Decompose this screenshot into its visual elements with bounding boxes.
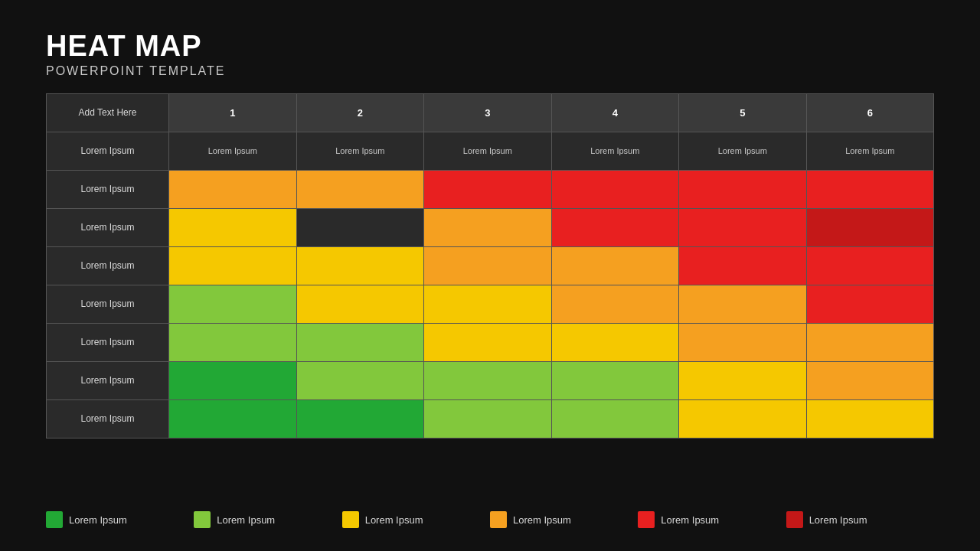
cell-2-4 [679, 246, 807, 285]
cell-5-3 [551, 361, 679, 399]
cell-1-0 [169, 208, 297, 246]
cell-6-2 [424, 399, 552, 438]
col-header-5: 5 [679, 93, 807, 132]
subheader-cell-5: Lorem Ipsum [679, 132, 807, 170]
row-label: Lorem Ipsum [47, 361, 169, 399]
legend-color-swatch [342, 511, 359, 528]
header: HEAT MAP POWERPOINT TEMPLATE [46, 31, 934, 78]
legend-item-0: Lorem Ipsum [46, 511, 194, 528]
cell-3-4 [679, 285, 807, 323]
cell-2-5 [806, 246, 934, 285]
cell-0-2 [424, 170, 552, 208]
heatmap-table: Add Text Here 1 2 3 4 5 6 Lorem Ipsum Lo… [46, 93, 934, 439]
cell-5-5 [806, 361, 934, 399]
subheader-cell-4: Lorem Ipsum [551, 132, 679, 170]
cell-0-3 [551, 170, 679, 208]
legend-item-1: Lorem Ipsum [194, 511, 341, 528]
legend-item-4: Lorem Ipsum [638, 511, 786, 528]
page-title: HEAT MAP [46, 31, 934, 63]
cell-2-2 [424, 246, 552, 285]
cell-1-4 [679, 208, 807, 246]
table-row: Lorem Ipsum [47, 361, 934, 399]
cell-0-4 [679, 170, 807, 208]
col-header-6: 6 [806, 93, 934, 132]
legend-color-swatch [786, 511, 803, 528]
subheader-cell-6: Lorem Ipsum [806, 132, 934, 170]
legend-label-text: Lorem Ipsum [661, 514, 719, 526]
legend-item-2: Lorem Ipsum [342, 511, 490, 528]
legend-label-text: Lorem Ipsum [513, 514, 571, 526]
legend-color-swatch [46, 511, 63, 528]
col-header-2: 2 [296, 93, 424, 132]
row-label: Lorem Ipsum [47, 246, 169, 285]
cell-3-3 [551, 285, 679, 323]
legend-item-5: Lorem Ipsum [786, 511, 934, 528]
cell-4-3 [551, 323, 679, 361]
subheader-cell-2: Lorem Ipsum [296, 132, 424, 170]
col-header-4: 4 [551, 93, 679, 132]
cell-0-5 [806, 170, 934, 208]
legend-label-text: Lorem Ipsum [69, 514, 127, 526]
table-row: Lorem Ipsum [47, 208, 934, 246]
row-label: Lorem Ipsum [47, 323, 169, 361]
cell-4-0 [169, 323, 297, 361]
cell-3-0 [169, 285, 297, 323]
cell-2-1 [296, 246, 424, 285]
row-label: Lorem Ipsum [47, 285, 169, 323]
cell-1-5 [806, 208, 934, 246]
cell-5-4 [679, 361, 807, 399]
slide: HEAT MAP POWERPOINT TEMPLATE Add Text He… [0, 0, 980, 551]
legend-item-3: Lorem Ipsum [490, 511, 638, 528]
cell-4-2 [424, 323, 552, 361]
table-row: Lorem Ipsum [47, 285, 934, 323]
cell-6-0 [169, 399, 297, 438]
cell-1-3 [551, 208, 679, 246]
subheader-cell-1: Lorem Ipsum [169, 132, 297, 170]
page-subtitle: POWERPOINT TEMPLATE [46, 64, 934, 78]
cell-6-1 [296, 399, 424, 438]
subheader-label: Lorem Ipsum [47, 132, 169, 170]
row-label: Lorem Ipsum [47, 170, 169, 208]
cell-1-2 [424, 208, 552, 246]
cell-5-1 [296, 361, 424, 399]
row-label: Lorem Ipsum [47, 399, 169, 438]
cell-1-1 [296, 208, 424, 246]
legend-label-text: Lorem Ipsum [809, 514, 867, 526]
table-row: Lorem Ipsum [47, 399, 934, 438]
table-row: Lorem Ipsum [47, 323, 934, 361]
cell-3-2 [424, 285, 552, 323]
table-row: Lorem Ipsum [47, 170, 934, 208]
legend-color-swatch [638, 511, 655, 528]
table-corner-cell: Add Text Here [47, 93, 169, 132]
row-label: Lorem Ipsum [47, 208, 169, 246]
cell-6-3 [551, 399, 679, 438]
legend-label-text: Lorem Ipsum [365, 514, 423, 526]
cell-4-5 [806, 323, 934, 361]
legend-label-text: Lorem Ipsum [217, 514, 275, 526]
legend-color-swatch [194, 511, 211, 528]
table-header-row: Add Text Here 1 2 3 4 5 6 [47, 93, 934, 132]
cell-6-5 [806, 399, 934, 438]
table-subheader-row: Lorem Ipsum Lorem Ipsum Lorem Ipsum Lore… [47, 132, 934, 170]
col-header-1: 1 [169, 93, 297, 132]
cell-3-1 [296, 285, 424, 323]
heatmap-table-container: Add Text Here 1 2 3 4 5 6 Lorem Ipsum Lo… [46, 93, 934, 491]
cell-2-0 [169, 246, 297, 285]
cell-0-1 [296, 170, 424, 208]
cell-6-4 [679, 399, 807, 438]
cell-3-5 [806, 285, 934, 323]
cell-4-4 [679, 323, 807, 361]
cell-0-0 [169, 170, 297, 208]
subheader-cell-3: Lorem Ipsum [424, 132, 552, 170]
col-header-3: 3 [424, 93, 552, 132]
legend: Lorem IpsumLorem IpsumLorem IpsumLorem I… [46, 504, 934, 528]
cell-5-2 [424, 361, 552, 399]
cell-4-1 [296, 323, 424, 361]
table-row: Lorem Ipsum [47, 246, 934, 285]
legend-color-swatch [490, 511, 507, 528]
cell-5-0 [169, 361, 297, 399]
cell-2-3 [551, 246, 679, 285]
